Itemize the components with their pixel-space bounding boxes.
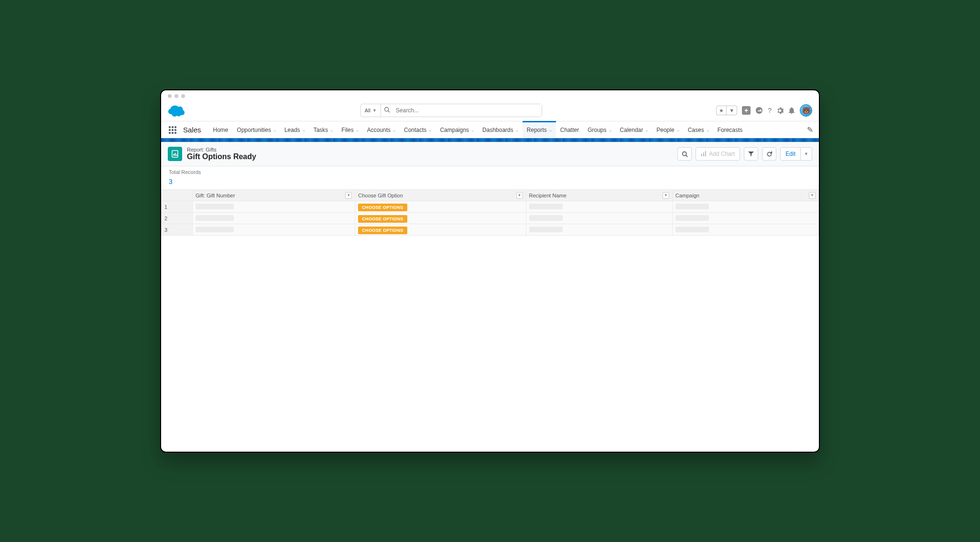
column-header[interactable]: Recipient Name▼ <box>526 190 672 201</box>
svg-line-1 <box>388 111 390 112</box>
cell-gift-number <box>193 224 355 236</box>
placeholder <box>529 215 563 221</box>
column-header[interactable]: Campaign▼ <box>672 190 818 201</box>
edit-nav-pencil-icon[interactable]: ✎ <box>807 125 815 134</box>
nav-label: Files <box>341 127 353 133</box>
global-header: All ▼ ★▼ + ? 🐻 <box>161 102 819 121</box>
nav-label: Cases <box>688 127 704 133</box>
placeholder <box>196 227 234 232</box>
page-title: Gift Options Ready <box>187 152 677 161</box>
cell-choose-option: CHOOSE OPTIONS <box>355 213 526 224</box>
search-container: All ▼ <box>193 104 709 117</box>
column-label: Recipient Name <box>529 193 566 198</box>
nav-label: Dashboards <box>482 127 513 133</box>
nav-tab-accounts[interactable]: Accounts⌵ <box>363 121 400 138</box>
nav-tab-people[interactable]: People⌵ <box>652 121 683 138</box>
total-records-label: Total Records <box>161 166 819 177</box>
cell-recipient <box>526 213 672 224</box>
table-row: 1CHOOSE OPTIONS <box>162 201 819 213</box>
edit-menu-button[interactable]: ▼ <box>801 147 812 161</box>
window-close-dot[interactable] <box>168 94 172 98</box>
svg-rect-10 <box>705 151 706 156</box>
search-icon <box>381 107 393 114</box>
global-add-button[interactable]: + <box>742 106 751 115</box>
search-input[interactable] <box>393 104 542 117</box>
nav-tab-calendar[interactable]: Calendar⌵ <box>616 121 653 138</box>
placeholder <box>529 227 563 232</box>
choose-options-button[interactable]: CHOOSE OPTIONS <box>358 215 407 223</box>
search-scope-dropdown[interactable]: All ▼ <box>361 104 381 117</box>
add-chart-button[interactable]: Add Chart <box>696 147 740 161</box>
column-menu-button[interactable]: ▼ <box>663 192 669 199</box>
cell-choose-option: CHOOSE OPTIONS <box>355 201 526 213</box>
nav-tab-reports[interactable]: Reports⌵ <box>523 121 556 138</box>
nav-tab-contacts[interactable]: Contacts⌵ <box>400 121 436 138</box>
window-max-dot[interactable] <box>181 94 185 98</box>
app-name: Sales <box>181 126 208 134</box>
nav-tab-leads[interactable]: Leads⌵ <box>280 121 309 138</box>
column-menu-button[interactable]: ▼ <box>345 192 352 199</box>
placeholder <box>196 215 234 221</box>
add-chart-label: Add Chart <box>709 151 735 157</box>
choose-options-button[interactable]: CHOOSE OPTIONS <box>358 204 407 211</box>
user-avatar[interactable]: 🐻 <box>800 104 812 117</box>
choose-options-button[interactable]: CHOOSE OPTIONS <box>358 227 407 234</box>
star-icon: ★ <box>717 106 727 115</box>
svg-point-6 <box>682 152 686 155</box>
nav-tab-campaigns[interactable]: Campaigns⌵ <box>436 121 478 138</box>
nav-label: Groups <box>588 127 606 133</box>
trailhead-icon[interactable] <box>755 107 763 114</box>
caret-down-icon: ▼ <box>372 108 377 113</box>
app-launcher-icon[interactable] <box>165 126 180 134</box>
svg-rect-3 <box>174 154 174 156</box>
nav-tab-cases[interactable]: Cases⌵ <box>684 121 713 138</box>
help-icon[interactable]: ? <box>768 107 772 114</box>
nav-label: Opportunities <box>237 127 271 133</box>
chevron-down-icon: ⌵ <box>429 128 431 132</box>
search-report-button[interactable] <box>677 147 692 161</box>
row-number-header <box>162 190 193 201</box>
filter-button[interactable] <box>744 147 758 161</box>
svg-line-7 <box>686 155 687 156</box>
cell-recipient <box>526 201 672 213</box>
refresh-button[interactable] <box>762 147 776 161</box>
accent-bar <box>161 138 819 142</box>
page-header: Report: Gifts Gift Options Ready Add Cha… <box>161 142 819 166</box>
svg-rect-4 <box>175 153 176 156</box>
column-menu-button[interactable]: ▼ <box>809 192 816 199</box>
nav-tab-home[interactable]: Home <box>209 121 233 138</box>
chevron-down-icon: ⌵ <box>707 128 709 132</box>
salesforce-logo[interactable] <box>168 104 186 117</box>
page-type: Report: Gifts <box>187 147 677 152</box>
window-min-dot[interactable] <box>174 94 178 98</box>
header-actions: ★▼ + ? 🐻 <box>716 104 812 117</box>
edit-button[interactable]: Edit <box>780 147 801 161</box>
nav-tab-files[interactable]: Files⌵ <box>337 121 362 138</box>
chevron-down-icon: ⌵ <box>471 128 474 132</box>
svg-rect-8 <box>701 154 702 156</box>
column-label: Campaign <box>675 193 699 198</box>
nav-tab-dashboards[interactable]: Dashboards⌵ <box>478 121 523 138</box>
nav-tab-groups[interactable]: Groups⌵ <box>583 121 615 138</box>
column-label: Gift: Gift Number <box>196 193 235 198</box>
cell-campaign <box>672 201 818 213</box>
favorites-button[interactable]: ★▼ <box>716 106 737 115</box>
nav-tab-tasks[interactable]: Tasks⌵ <box>309 121 338 138</box>
nav-label: Tasks <box>314 127 328 133</box>
nav-tab-forecasts[interactable]: Forecasts <box>713 121 747 138</box>
nav-label: Chatter <box>560 127 579 133</box>
column-menu-button[interactable]: ▼ <box>516 192 523 199</box>
placeholder <box>675 227 709 232</box>
nav-tab-opportunities[interactable]: Opportunities⌵ <box>233 121 280 138</box>
cell-campaign <box>672 213 818 224</box>
chevron-down-icon: ⌵ <box>273 128 276 132</box>
notifications-bell-icon[interactable] <box>788 107 795 114</box>
svg-rect-5 <box>176 154 177 156</box>
column-header[interactable]: Gift: Gift Number▼ <box>193 190 355 201</box>
chevron-down-icon: ⌵ <box>677 128 679 132</box>
nav-tab-chatter[interactable]: Chatter <box>556 121 583 138</box>
setup-gear-icon[interactable] <box>776 107 784 114</box>
page-titles: Report: Gifts Gift Options Ready <box>187 147 677 161</box>
column-header[interactable]: Choose Gift Option▼ <box>355 190 526 201</box>
nav-label: People <box>656 127 674 133</box>
